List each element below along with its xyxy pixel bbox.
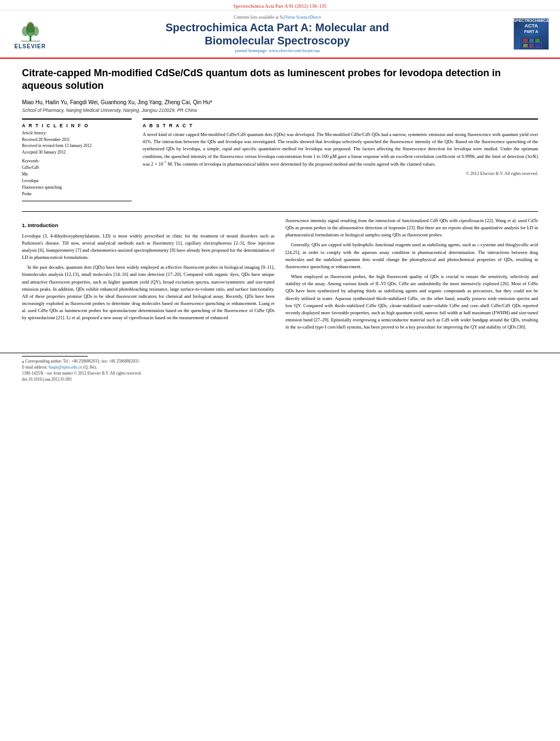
keywords-label: Keywords:: [22, 159, 132, 163]
svg-point-7: [29, 24, 31, 26]
accepted-date: Accepted 30 January 2012: [22, 149, 132, 155]
article-info-col: A R T I C L E I N F O Article history: R…: [22, 118, 132, 206]
svg-point-6: [32, 27, 35, 29]
svg-rect-12: [523, 39, 528, 42]
journal-header-center: Contents lists available at SciVerse Sci…: [49, 15, 505, 53]
article-history: Article history: Received 28 November 20…: [22, 131, 132, 155]
article-footer: ⁎ Corresponding author. Tel.: +86 258686…: [0, 353, 560, 382]
content-area: Citrate-capped Mn-modified CdSe/CdS quan…: [0, 59, 560, 344]
keyword-2: Mn: [22, 171, 132, 178]
footnote-star: ⁎ Corresponding author. Tel.: +86 258686…: [22, 359, 538, 364]
svg-rect-14: [535, 39, 540, 42]
abstract-text: A novel kind of citrate capped Mn-modifi…: [143, 131, 538, 168]
page-container: Spectrochimica Acta Part A 91 (2012) 130…: [0, 0, 560, 741]
footnote-email: E-mail address: huqin@njmu.edu.cn (Q. Hu…: [22, 365, 538, 370]
right-para-2: Generally, QDs are capped with hydrophil…: [286, 241, 539, 270]
email-link[interactable]: huqin@njmu.edu.cn: [49, 365, 82, 370]
elsevier-tree-icon: [15, 19, 46, 42]
article-info-box: A R T I C L E I N F O Article history: R…: [22, 118, 132, 201]
sciverse-line: Contents lists available at SciVerse Sci…: [49, 15, 505, 20]
elsevier-logo-left: ELSEVIER: [11, 19, 49, 49]
svg-point-5: [26, 26, 29, 28]
authors-line: Miao Hu, Hailin Yu, Fangdi Wei, Guanhong…: [22, 98, 538, 105]
intro-heading: 1. Introduction: [22, 222, 275, 230]
body-col-left: 1. Introduction Levodopa (3, 4-dihydroxy…: [22, 217, 275, 334]
article-info-heading: A R T I C L E I N F O: [22, 123, 132, 128]
affiliation: School of Pharmacy, Nanjing Medical Univ…: [22, 108, 538, 113]
journal-homepage: journal homepage: www.elsevier.com/locat…: [49, 48, 505, 53]
abstract-col: A B S T R A C T A novel kind of citrate …: [143, 118, 538, 206]
copyright-notice: © 2012 Elsevier B.V. All rights reserved…: [143, 171, 538, 176]
keyword-4: Fluorescence quenching: [22, 184, 132, 191]
abstract-box: A B S T R A C T A novel kind of citrate …: [143, 118, 538, 176]
homepage-url[interactable]: www.elsevier.com/locate/saa: [269, 48, 320, 53]
keywords-section: Keywords: CdSe/CdS Mn Levodopa Fluoresce…: [22, 159, 132, 197]
keyword-1: CdSe/CdS: [22, 165, 132, 171]
article-meta-section: A R T I C L E I N F O Article history: R…: [22, 118, 538, 206]
history-label: Article history:: [22, 131, 132, 135]
footnote-license: 1386-1425/$ – see front matter © 2012 El…: [22, 371, 538, 376]
svg-rect-16: [529, 44, 534, 47]
svg-rect-13: [529, 39, 534, 42]
keyword-3: Levodopa: [22, 178, 132, 184]
right-para-3: When employed as fluorescent probes, the…: [286, 273, 539, 331]
keyword-5: Probe: [22, 191, 132, 197]
body-col-right: fluorescence intensity signal resulting …: [286, 217, 539, 334]
badge-graphic-icon: [521, 37, 542, 49]
footnote-separator: [22, 356, 88, 357]
received-date: Received 28 November 2011: [22, 137, 132, 143]
footnote-doi: doi:10.1016/j.saa.2012.01.081: [22, 377, 538, 382]
journal-citation: Spectrochimica Acta Part A 91 (2012) 130…: [234, 3, 327, 9]
article-body: 1. Introduction Levodopa (3, 4-dihydroxy…: [22, 217, 538, 334]
journal-topbar: Spectrochimica Acta Part A 91 (2012) 130…: [0, 0, 560, 10]
journal-header: ELSEVIER Contents lists available at Sci…: [0, 10, 560, 59]
right-para-1: fluorescence intensity signal resulting …: [286, 217, 539, 239]
intro-para-2: In the past decades, quantum dots (QDs) …: [22, 264, 275, 321]
journal-badge-right: SPECTROCHIMICA ACTA PART A: [505, 18, 549, 50]
journal-badge: SPECTROCHIMICA ACTA PART A: [513, 18, 549, 50]
abstract-heading: A B S T R A C T: [143, 123, 538, 128]
intro-para-1: Levodopa (3, 4-dihydroxyphenylalanine, L…: [22, 233, 275, 262]
revised-date: Received in revised form 13 January 2012: [22, 143, 132, 149]
article-title: Citrate-capped Mn-modified CdSe/CdS quan…: [22, 67, 538, 93]
journal-title: Spectrochimica Acta Part A: Molecular an…: [49, 21, 505, 47]
elsevier-brand-text: ELSEVIER: [14, 43, 46, 49]
svg-rect-17: [535, 44, 540, 47]
section-divider: [22, 211, 538, 212]
sciverse-link[interactable]: SciVerse ScienceDirect: [280, 15, 321, 20]
svg-rect-15: [523, 44, 528, 47]
